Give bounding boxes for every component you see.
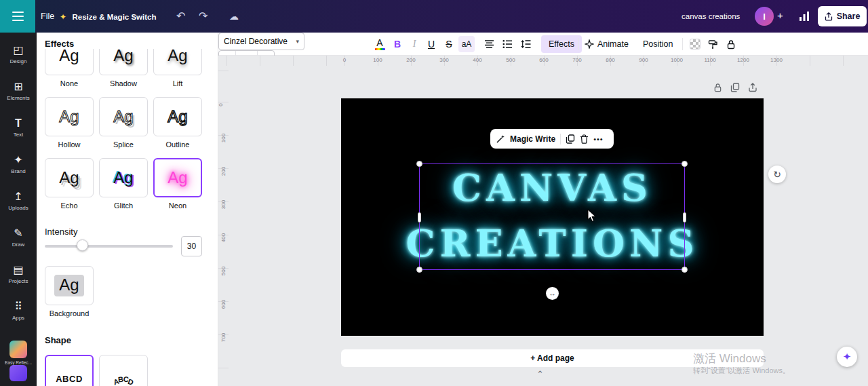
more-options-icon[interactable]: ••• <box>593 135 604 143</box>
intensity-control: Intensity 30 <box>45 227 202 263</box>
effects-button[interactable]: Effects <box>541 35 582 53</box>
effect-style-splice[interactable]: AgSplice <box>99 97 148 149</box>
text-icon: T <box>0 117 37 130</box>
resize-handle-right[interactable] <box>683 212 686 223</box>
lock-page-icon[interactable] <box>713 83 722 92</box>
line-spacing-icon <box>521 39 531 49</box>
bullet-list-button[interactable] <box>502 33 513 56</box>
chevron-down-icon: ▾ <box>296 38 299 45</box>
align-center-icon <box>484 39 494 49</box>
effect-style-background[interactable]: Ag Background <box>45 266 94 317</box>
effect-style-outline[interactable]: AgOutline <box>153 97 202 149</box>
intensity-value-field[interactable]: 30 <box>181 236 202 256</box>
panel-scroll-region: AgNone AgShadow AgLift AgHollow AgSplice… <box>37 49 210 386</box>
collapse-chevron-icon[interactable]: ⌃ <box>536 369 544 379</box>
bold-button[interactable]: B <box>390 33 405 56</box>
easy-reflections-thumbnail <box>9 341 27 358</box>
intensity-label: Intensity <box>45 227 77 237</box>
copy-style-button[interactable] <box>708 33 718 56</box>
sidebar-app-tile[interactable] <box>9 365 27 381</box>
sidebar-item-uploads[interactable]: ↥Uploads <box>0 185 37 221</box>
shape-style-curve[interactable]: ABCD <box>99 355 148 386</box>
position-button[interactable]: Position <box>643 33 673 56</box>
rainbow-color-bar <box>375 48 385 50</box>
sidebar-item-apps[interactable]: ⠿Apps <box>0 294 37 331</box>
sidebar-item-text[interactable]: TText <box>0 111 37 148</box>
resize-handle-top-right[interactable] <box>682 161 688 167</box>
redo-icon[interactable]: ↷ <box>199 0 208 33</box>
magic-write-button[interactable]: Magic Write <box>510 134 555 144</box>
panel-divider <box>210 33 218 386</box>
effect-style-hollow[interactable]: AgHollow <box>45 97 94 149</box>
text-case-button[interactable]: aA <box>458 36 475 52</box>
page-action-icons <box>713 83 757 92</box>
effect-style-none[interactable]: AgNone <box>45 49 94 88</box>
intensity-slider-track[interactable] <box>45 245 173 248</box>
font-family-select[interactable]: Cinzel Decorative ▾ <box>218 33 304 50</box>
underline-button[interactable]: U <box>424 33 439 56</box>
insights-chart-icon[interactable] <box>799 11 810 22</box>
effect-style-echo[interactable]: AgEcho <box>45 158 94 210</box>
toolbar-divider <box>560 134 561 144</box>
avatar[interactable]: I <box>755 7 774 26</box>
bullet-list-icon <box>502 39 513 49</box>
horizontal-ruler: 0 100 200 300 400 500 600 700 800 900 10… <box>218 56 868 66</box>
projects-icon: ▤ <box>0 264 37 276</box>
effect-style-grid: AgNone AgShadow AgLift AgHollow AgSplice… <box>45 49 208 219</box>
shape-style-straight[interactable]: ABCD <box>45 355 94 386</box>
refresh-button[interactable]: ↻ <box>768 166 786 183</box>
text-selection-box[interactable] <box>419 163 685 270</box>
resize-handle-bottom-right[interactable] <box>682 267 688 273</box>
add-member-button[interactable]: + <box>777 9 783 21</box>
paint-roller-icon <box>708 39 718 50</box>
duplicate-icon[interactable] <box>566 134 575 144</box>
sidebar-item-design[interactable]: ◰Design <box>0 38 37 75</box>
sidebar-item-easy-reflections[interactable]: Easy Reflec... <box>0 341 37 368</box>
magic-wand-icon[interactable] <box>496 134 505 144</box>
canva-editor-window: File ✦ Resize & Magic Switch ↶ ↷ ☁ canva… <box>0 0 868 386</box>
text-color-button[interactable]: A <box>372 33 387 56</box>
animate-button[interactable]: Animate <box>585 33 629 56</box>
shape-style-grid: ABCD ABCD <box>45 355 202 386</box>
trash-icon[interactable] <box>580 134 589 144</box>
sidebar-item-brand[interactable]: ✦Brand <box>0 148 37 185</box>
resize-magic-switch-menu[interactable]: ✦ Resize & Magic Switch <box>60 0 157 33</box>
effect-style-shadow[interactable]: AgShadow <box>99 49 148 88</box>
brand-icon: ✦ <box>0 154 37 166</box>
effect-style-neon[interactable]: AgNeon <box>153 158 202 210</box>
text-spacing-button[interactable] <box>521 33 531 56</box>
strikethrough-button[interactable]: S <box>441 33 456 56</box>
top-bar: File ✦ Resize & Magic Switch ↶ ↷ ☁ canva… <box>0 0 868 33</box>
apps-icon: ⠿ <box>0 301 37 313</box>
premium-star-icon: ✦ <box>60 12 66 22</box>
file-menu[interactable]: File <box>41 0 54 33</box>
effect-style-lift[interactable]: AgLift <box>153 49 202 88</box>
export-page-icon[interactable] <box>748 83 757 92</box>
italic-button[interactable]: I <box>407 33 422 56</box>
share-button[interactable]: Share <box>818 6 867 26</box>
resize-handle-top-left[interactable] <box>416 161 422 167</box>
rotate-handle[interactable]: ↔ <box>546 287 559 300</box>
undo-icon[interactable]: ↶ <box>176 0 185 33</box>
duplicate-page-icon[interactable] <box>730 83 740 92</box>
sidebar-item-draw[interactable]: ✎Draw <box>0 221 37 258</box>
effect-style-glitch[interactable]: AgGlitch <box>99 158 148 210</box>
resize-handle-left[interactable] <box>418 212 421 223</box>
cloud-save-icon: ☁ <box>229 0 239 33</box>
canva-assistant-button[interactable]: ✦ <box>837 347 857 367</box>
sidebar-item-elements[interactable]: ⊞Elements <box>0 75 37 111</box>
document-title[interactable]: canvas creations <box>682 0 740 33</box>
share-upload-icon <box>825 12 833 21</box>
draw-icon: ✎ <box>0 227 37 239</box>
lock-icon <box>726 39 736 50</box>
text-align-button[interactable] <box>484 33 494 56</box>
hamburger-menu-button[interactable] <box>0 0 35 33</box>
floating-context-toolbar: Magic Write ••• <box>490 129 614 149</box>
lock-button[interactable] <box>726 33 736 56</box>
sparkle-icon <box>585 39 594 49</box>
sidebar-item-projects[interactable]: ▤Projects <box>0 258 37 294</box>
intensity-slider-thumb[interactable] <box>77 239 88 251</box>
resize-handle-bottom-left[interactable] <box>416 267 422 273</box>
sidebar-nav: ◰Design ⊞Elements TText ✦Brand ↥Uploads … <box>0 33 37 386</box>
transparency-button[interactable] <box>690 39 701 50</box>
